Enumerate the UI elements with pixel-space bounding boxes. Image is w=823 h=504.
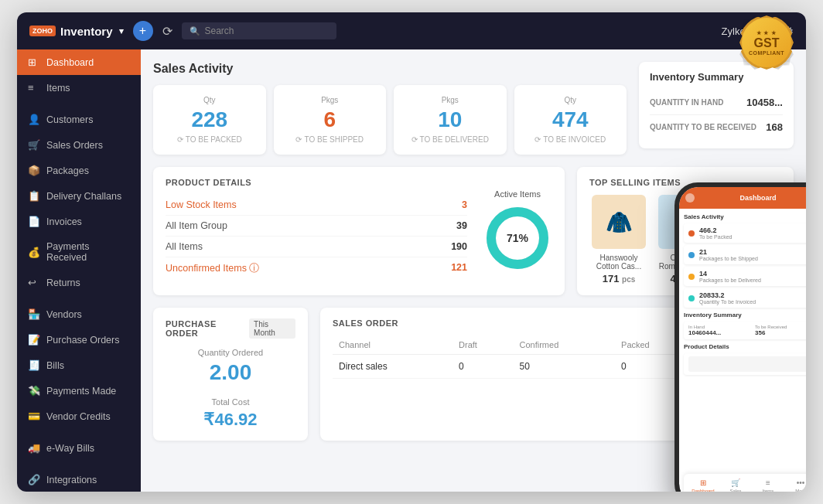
pd-row-low-stock: Low Stock Items 3 [166,195,467,216]
phone-nav-more[interactable]: ••• More [784,478,806,492]
phone-in-hand-value: 10460444... [688,329,749,336]
item-group-value: 39 [456,220,467,231]
phone-label-1: To be Packed [699,234,732,240]
phone-nav-items-label: Items [763,489,774,492]
sidebar-item-vendors[interactable]: 🏪 Vendors [17,301,141,327]
inventory-summary: Inventory Summary QUANTITY IN HAND 10458… [639,62,794,148]
all-items-value: 190 [451,241,467,252]
sidebar-item-vendor-credits[interactable]: 💳 Vendor Credits [17,404,141,429]
integrations-icon: 🔗 [28,474,40,485]
phone-label-4: Quantity To be Invoiced [699,299,756,305]
gst-text: GST [754,36,780,50]
packed-label: ⟳ TO BE PACKED [166,135,254,144]
returns-icon: ↩ [28,277,40,288]
sidebar-item-payments-received[interactable]: 💰 Payments Received [17,234,141,270]
phone-sales-title: Sales Activity [684,213,806,220]
search-input[interactable] [205,26,329,36]
activity-card-packed: Qty 228 ⟳ TO BE PACKED [153,85,266,155]
product-details-left: PRODUCT DETAILS Low Stock Items 3 All It… [166,178,467,284]
donut-percentage: 71% [507,232,528,244]
sidebar-label-sales-orders: Sales Orders [46,140,103,151]
search-bar[interactable]: 🔍 [182,22,336,39]
phone-activity-info-3: 14 Packages to be Delivered [699,270,761,283]
phone-num-3: 14 [699,270,761,278]
content-area: Sales Activity Qty 228 ⟳ TO BE PACKED Pk… [141,49,806,492]
invoiced-value: 474 [527,107,615,132]
app-title: Inventory [60,25,113,38]
gst-badge: ★ ★ ★ GST COMPLIANT [739,15,794,70]
sidebar-item-dashboard[interactable]: ⊞ Dashboard [17,49,141,75]
sidebar-label-items: Items [46,83,70,94]
unconfirmed-label[interactable]: Unconfirmed Items ⓘ [166,262,259,275]
so-channel-value: Direct sales [333,355,452,379]
zoho-badge: ZOHO [29,26,56,36]
po-title: PURCHASE ORDER [166,319,249,338]
chevron-down-icon: ▾ [119,26,124,36]
phone-to-receive: To be Received 356 [755,325,806,336]
sidebar-item-purchase-orders[interactable]: 📝 Purchase Orders [17,327,141,352]
packed-value: 228 [166,107,254,132]
add-button[interactable]: + [133,21,153,41]
ts-img-1: 🧥 [592,195,646,249]
phone-pd-placeholder [688,356,806,372]
sidebar-label-customers: Customers [46,114,93,125]
sidebar-item-returns[interactable]: ↩ Returns [17,270,141,295]
invoiced-label: ⟳ TO BE INVOICED [527,135,615,144]
product-details: PRODUCT DETAILS Low Stock Items 3 All It… [153,167,565,295]
phone-to-receive-value: 356 [755,329,806,336]
app-logo[interactable]: ZOHO Inventory ▾ [29,25,124,38]
product-details-title: PRODUCT DETAILS [166,178,467,187]
sidebar-item-packages[interactable]: 📦 Packages [17,158,141,183]
phone-in-hand: In Hand 10460444... [688,325,749,336]
phone-activity-2: 21 Packages to be Shipped › [684,245,806,264]
all-items-label: All Items [166,241,203,252]
sidebar-item-sales-orders[interactable]: 🛒 Sales Orders [17,132,141,158]
sidebar-label-vendor-credits: Vendor Credits [46,411,111,422]
po-header: PURCHASE ORDER This Month [166,318,295,339]
phone-activity-info-4: 20833.2 Quantity To be Invoiced [699,291,756,305]
dashboard-icon: ⊞ [28,56,40,68]
phone-nav-dashboard[interactable]: ⊞ Dashboard [687,478,719,492]
sidebar-item-bills[interactable]: 🧾 Bills [17,352,141,378]
delivery-icon: 📋 [28,190,40,202]
phone-title: Dashboard [698,194,806,202]
so-col-confirmed: Confirmed [514,335,616,355]
sidebar-item-invoices[interactable]: 📄 Invoices [17,209,141,234]
product-details-right: Active Items 71% [483,178,552,284]
low-stock-label[interactable]: Low Stock Items [166,199,237,210]
phone-activity-info-1: 466.2 To be Packed [699,226,732,240]
sidebar-item-customers[interactable]: 👤 Customers [17,107,141,132]
sidebar-label-payments-received: Payments Received [46,241,130,263]
sidebar-item-delivery[interactable]: 📋 Delivery Challans [17,183,141,209]
history-icon[interactable]: ⟳ [162,24,172,39]
phone-inv-title: Inventory Summary [684,312,806,318]
top-section: Sales Activity Qty 228 ⟳ TO BE PACKED Pk… [153,62,794,155]
app-container: ZOHO Inventory ▾ + ⟳ 🔍 Zylker 🔔 ⚙ ★ ★ ★ … [17,12,806,492]
phone-activity-info-2: 21 Packages to be Shipped [699,248,758,261]
sales-activity: Sales Activity Qty 228 ⟳ TO BE PACKED Pk… [153,62,627,155]
phone-dot-3 [688,274,695,280]
sidebar-label-dashboard: Dashboard [46,57,94,68]
pd-row-all-items: All Items 190 [166,237,467,257]
phone-nav-home-icon: ⊞ [700,478,706,487]
ts-item-1: 🧥 Hanswooly Cotton Cas... 171 pcs [589,195,648,284]
phone-dot-2 [688,252,695,258]
to-receive-label: QUANTITY TO BE RECEIVED [650,123,756,131]
phone-nav-items[interactable]: ≡ Items [752,478,784,492]
ts-name-1: Hanswooly Cotton Cas... [589,254,648,271]
item-group-label: All Item Group [166,220,227,231]
sidebar-item-items[interactable]: ≡ Items [17,75,141,100]
activity-card-shipped: Pkgs 6 ⟳ TO BE SHIPPED [274,85,387,155]
shipped-label: ⟳ TO BE SHIPPED [286,135,374,144]
sidebar-item-integrations[interactable]: 🔗 Integrations [17,467,141,492]
packed-unit: Qty [166,96,254,104]
sales-activity-title: Sales Activity [153,62,627,76]
po-period-selector[interactable]: This Month [249,318,295,339]
phone-pd-section [684,353,806,375]
phone-nav-sales[interactable]: 🛒 Sales [719,478,752,492]
po-cost-label: Total Cost [166,397,295,407]
sidebar-item-eway[interactable]: 🚚 e-Way Bills [17,435,141,461]
sidebar-item-payments-made[interactable]: 💸 Payments Made [17,378,141,404]
purchase-orders-icon: 📝 [28,334,40,346]
delivered-unit: Pkgs [406,96,494,104]
